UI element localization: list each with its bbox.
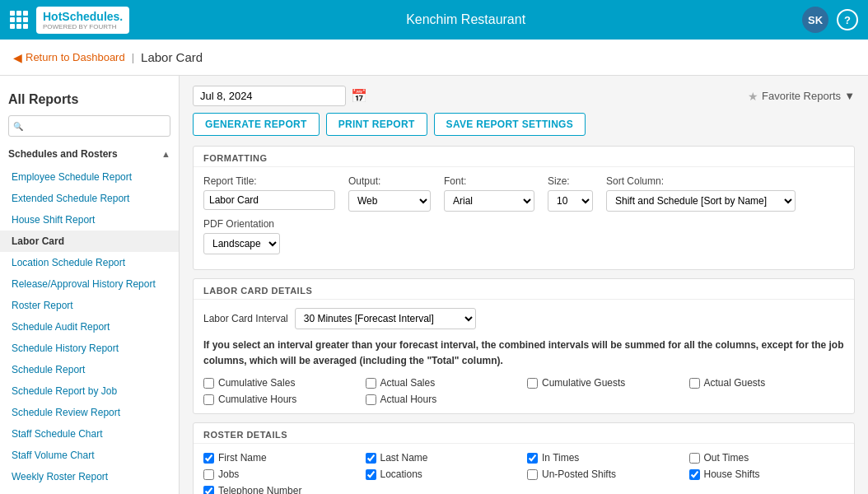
first-name-checkbox[interactable] <box>203 453 214 464</box>
report-title-input[interactable] <box>203 190 335 210</box>
top-navigation: HotSchedules. POWERED BY FOURTH Kenchim … <box>0 0 868 40</box>
jobs-item: Jobs <box>203 468 359 480</box>
sidebar-item-schedule-by-job[interactable]: Schedule Report by Job <box>0 380 179 402</box>
sidebar-item-staff-schedule-chart[interactable]: Staff Schedule Chart <box>0 423 179 445</box>
house-shifts-checkbox[interactable] <box>689 469 700 480</box>
breadcrumb-current-page: Labor Card <box>141 50 203 64</box>
telephone-number-checkbox[interactable] <box>203 486 214 494</box>
star-icon: ★ <box>748 90 758 103</box>
output-select[interactable]: Web PDF Excel <box>348 190 431 212</box>
search-input[interactable] <box>8 115 170 137</box>
actual-sales-checkbox[interactable] <box>366 378 376 389</box>
back-link-label: Return to Dashboard <box>26 51 125 63</box>
interval-info-text: If you select an interval greater than y… <box>203 338 844 369</box>
interval-label: Labor Card Interval <box>203 313 288 324</box>
pdf-orientation-label: PDF Orientation <box>203 218 280 230</box>
labor-card-details-title: LABOR CARD DETAILS <box>194 279 854 300</box>
date-input-wrap: 📅 <box>193 86 367 106</box>
actual-hours-item: Actual Hours <box>366 394 521 405</box>
hotschedules-logo: HotSchedules. POWERED BY FOURTH <box>36 7 129 34</box>
jobs-checkbox[interactable] <box>203 469 214 480</box>
un-posted-shifts-item: Un-Posted Shifts <box>527 468 683 480</box>
print-report-button[interactable]: PRINT REPORT <box>326 113 427 136</box>
sidebar-item-house-shift[interactable]: House Shift Report <box>0 209 179 231</box>
locations-checkbox[interactable] <box>366 469 376 480</box>
first-name-item: First Name <box>203 452 359 464</box>
sidebar-item-schedule-audit[interactable]: Schedule Audit Report <box>0 316 179 338</box>
out-times-checkbox[interactable] <box>689 453 700 464</box>
date-input[interactable] <box>193 86 346 106</box>
un-posted-shifts-label: Un-Posted Shifts <box>542 468 616 480</box>
back-to-dashboard-link[interactable]: ◀ Return to Dashboard <box>13 51 125 64</box>
cumulative-hours-checkbox[interactable] <box>203 394 214 405</box>
report-title-group: Report Title: <box>203 175 335 210</box>
formatting-section-body: Report Title: Output: Web PDF Excel <box>194 167 854 269</box>
interval-row: Labor Card Interval 30 Minutes [Forecast… <box>203 308 844 329</box>
sidebar-item-roster[interactable]: Roster Report <box>0 295 179 316</box>
pdf-orientation-select[interactable]: Landscape Portrait <box>203 233 280 254</box>
back-arrow-icon: ◀ <box>13 51 22 64</box>
actual-sales-label: Actual Sales <box>380 377 436 389</box>
search-wrapper <box>8 115 170 137</box>
actual-guests-item: Actual Guests <box>689 377 845 389</box>
date-bar: 📅 ★ Favorite Reports ▼ <box>193 86 855 106</box>
font-select[interactable]: Arial Times New Roman Courier <box>444 190 534 212</box>
sidebar-item-location-schedule[interactable]: Location Schedule Report <box>0 252 179 273</box>
cumulative-guests-checkbox[interactable] <box>527 378 538 389</box>
breadcrumb-separator: | <box>132 51 134 63</box>
locations-label: Locations <box>380 468 422 480</box>
first-name-label: First Name <box>218 452 267 464</box>
user-avatar[interactable]: SK <box>802 7 828 33</box>
sidebar-section-label: Schedules and Rosters <box>8 148 118 160</box>
help-button[interactable]: ? <box>837 9 858 30</box>
sidebar-section-schedules-rosters[interactable]: Schedules and Rosters ▲ <box>0 143 179 165</box>
labor-card-details-body: Labor Card Interval 30 Minutes [Forecast… <box>194 300 854 413</box>
in-times-checkbox[interactable] <box>527 453 538 464</box>
cumulative-guests-label: Cumulative Guests <box>542 377 625 389</box>
size-select[interactable]: 8 9 10 11 12 <box>548 190 593 212</box>
sidebar-item-release-approval[interactable]: Release/Approval History Report <box>0 273 179 295</box>
roster-checkboxes: First Name Last Name In Times Out T <box>203 452 844 494</box>
formatting-section: FORMATTING Report Title: Output: Web PDF <box>193 146 855 270</box>
sidebar-item-staff-volume-chart[interactable]: Staff Volume Chart <box>0 445 179 466</box>
sidebar-search-wrap <box>0 112 179 143</box>
formatting-section-title: FORMATTING <box>194 147 854 167</box>
actual-hours-checkbox[interactable] <box>366 394 376 405</box>
sidebar-item-schedule[interactable]: Schedule Report <box>0 359 179 380</box>
save-report-settings-button[interactable]: SAVE REPORT SETTINGS <box>434 113 586 136</box>
roster-details-body: First Name Last Name In Times Out T <box>194 444 854 494</box>
un-posted-shifts-checkbox[interactable] <box>527 469 538 480</box>
roster-details-section: ROSTER DETAILS First Name Last Name <box>193 422 855 494</box>
jobs-label: Jobs <box>218 468 239 480</box>
sort-column-label: Sort Column: <box>606 175 796 187</box>
out-times-label: Out Times <box>704 452 749 464</box>
sidebar-item-schedule-history[interactable]: Schedule History Report <box>0 338 179 359</box>
sidebar-item-labor-card[interactable]: Labor Card <box>0 231 179 252</box>
sidebar-item-extended-schedule[interactable]: Extended Schedule Report <box>0 188 179 209</box>
sidebar-section-staff-store[interactable]: Staff & Store ▼ <box>0 489 179 494</box>
cumulative-sales-label: Cumulative Sales <box>218 377 295 389</box>
nav-right: SK ? <box>802 7 858 33</box>
font-label: Font: <box>444 175 534 187</box>
sort-column-select[interactable]: Shift and Schedule [Sort by Name] Name J… <box>606 190 796 212</box>
out-times-item: Out Times <box>689 452 845 464</box>
content-inner: 📅 ★ Favorite Reports ▼ GENERATE REPORT P… <box>180 76 868 494</box>
locations-item: Locations <box>366 468 521 480</box>
cumulative-sales-item: Cumulative Sales <box>203 377 359 389</box>
last-name-checkbox[interactable] <box>366 453 376 464</box>
cumulative-sales-checkbox[interactable] <box>203 378 214 389</box>
favorite-reports-button[interactable]: ★ Favorite Reports ▼ <box>748 90 855 103</box>
cumulative-guests-item: Cumulative Guests <box>527 377 683 389</box>
generate-report-button[interactable]: GENERATE REPORT <box>193 113 320 136</box>
calendar-icon[interactable]: 📅 <box>351 88 367 104</box>
sidebar-item-employee-schedule[interactable]: Employee Schedule Report <box>0 166 179 188</box>
sidebar-item-schedule-review[interactable]: Schedule Review Report <box>0 402 179 423</box>
action-buttons: GENERATE REPORT PRINT REPORT SAVE REPORT… <box>193 113 855 136</box>
sidebar-item-weekly-roster[interactable]: Weekly Roster Report <box>0 466 179 487</box>
house-shifts-item: House Shifts <box>689 468 845 480</box>
grid-menu-icon[interactable] <box>10 11 28 29</box>
in-times-item: In Times <box>527 452 683 464</box>
actual-guests-checkbox[interactable] <box>689 378 700 389</box>
sidebar-schedules-items: Employee Schedule Report Extended Schedu… <box>0 165 179 489</box>
interval-select[interactable]: 30 Minutes [Forecast Interval] 15 Minute… <box>295 308 476 329</box>
